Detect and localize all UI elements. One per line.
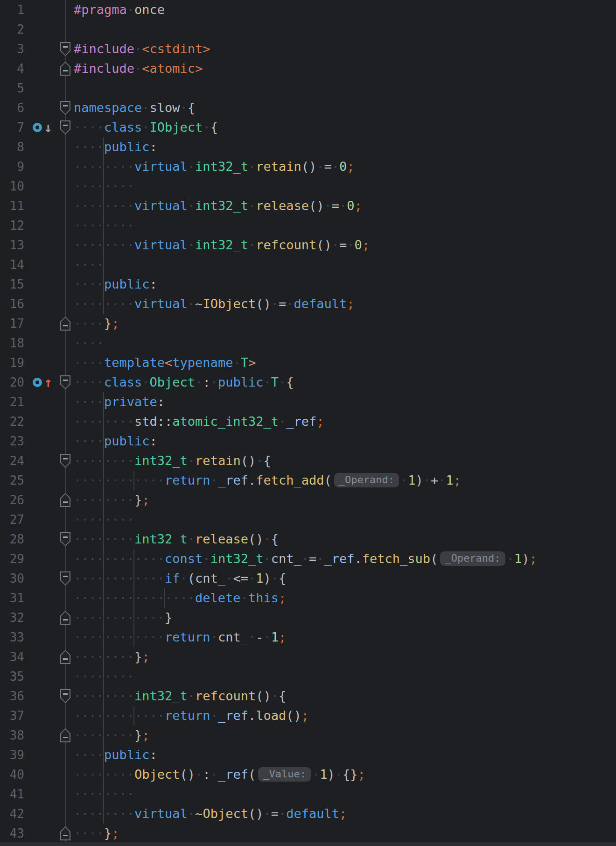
line-number: 29 (0, 549, 24, 569)
code-line-31: 31················delete·this; (0, 588, 616, 608)
indent-guide (103, 392, 104, 824)
fold-marker-icon[interactable] (60, 454, 70, 468)
whitespace-dots: ···· (74, 316, 104, 331)
whitespace-dots: ···· (74, 434, 104, 448)
code-text: #include·<atomic> (74, 59, 203, 78)
has-implementations-icon[interactable] (33, 123, 42, 132)
fold-marker-icon[interactable] (60, 493, 70, 507)
code-text: ············return·_ref.fetch_add(_Opera… (74, 471, 461, 490)
inlay-hint[interactable]: _Value: (258, 767, 311, 782)
fold-marker-icon[interactable] (60, 611, 70, 625)
code-text: ········int32_t·release()·{ (74, 529, 279, 549)
line-number: 30 (0, 569, 24, 588)
code-line-24: 24········int32_t·retain()·{ (0, 451, 616, 471)
line-number: 19 (0, 353, 24, 373)
line-number: 42 (0, 804, 24, 824)
line-number: 27 (0, 510, 24, 529)
fold-marker-icon[interactable] (60, 375, 70, 389)
code-line-36: 36········int32_t·refcount()·{ (0, 686, 616, 706)
code-text: ····}; (74, 824, 119, 843)
code-line-34: 34········}; (0, 647, 616, 667)
line-number: 18 (0, 333, 24, 353)
overrides-icon[interactable] (33, 378, 42, 387)
whitespace-dots: · (316, 551, 324, 566)
line-number: 41 (0, 784, 24, 804)
whitespace-dots: · (248, 159, 256, 174)
line-number: 14 (0, 255, 24, 275)
code-line-14: 14···· (0, 255, 616, 275)
line-number: 13 (0, 235, 24, 255)
code-text: ········virtual·int32_t·retain()·=·0; (74, 157, 355, 176)
whitespace-dots: · (195, 767, 203, 782)
whitespace-dots: ···· (74, 747, 104, 762)
fold-marker-icon[interactable] (60, 120, 70, 134)
whitespace-dots: · (203, 551, 210, 566)
fold-marker-icon[interactable] (60, 728, 70, 742)
line-number: 8 (0, 137, 24, 157)
whitespace-dots: · (180, 100, 188, 115)
whitespace-dots: · (423, 473, 431, 487)
code-line-9: 9········virtual·int32_t·retain()·=·0; (0, 157, 616, 176)
line-number: 24 (0, 451, 24, 471)
line-number: 3 (0, 39, 24, 59)
code-line-26: 26········}; (0, 490, 616, 510)
arrow-down-icon[interactable]: ↓ (42, 118, 54, 137)
code-text: ················delete·this; (74, 588, 286, 608)
code-line-11: 11········virtual·int32_t·release()·=·0; (0, 196, 616, 216)
code-text: ···· (74, 333, 104, 353)
line-number: 5 (0, 78, 24, 98)
code-text: ········std::atomic_int32_t·_ref; (74, 412, 324, 431)
line-number: 12 (0, 216, 24, 235)
fold-marker-icon[interactable] (60, 42, 70, 56)
arrow-up-icon[interactable]: ↑ (42, 373, 54, 392)
whitespace-dots: · (225, 571, 233, 585)
code-text: ····class·Object·:·public·T·{ (74, 373, 294, 392)
indent-guide (133, 471, 134, 490)
fold-marker-icon[interactable] (60, 532, 70, 546)
fold-marker-icon[interactable] (60, 101, 70, 115)
whitespace-dots: · (248, 571, 256, 585)
code-line-19: 19····template<typename·T> (0, 353, 616, 373)
fold-marker-icon[interactable] (60, 317, 70, 331)
code-line-16: 16········virtual·~IObject()·=·default; (0, 294, 616, 314)
code-text: ····public: (74, 137, 157, 157)
code-text: ············const·int32_t·cnt_·=·_ref.fe… (74, 549, 537, 569)
fold-marker-icon[interactable] (60, 689, 70, 703)
whitespace-dots: ············ (74, 708, 165, 723)
code-line-17: 17····}; (0, 314, 616, 333)
whitespace-dots: ············ (74, 630, 165, 644)
fold-marker-icon[interactable] (60, 571, 70, 585)
code-line-39: 39····public: (0, 745, 616, 765)
code-line-35: 35········ (0, 667, 616, 686)
code-text: ········Object()·:·_ref(_Value:·1)·{}; (74, 765, 365, 784)
line-number: 37 (0, 706, 24, 726)
inlay-hint[interactable]: _Operand: (334, 473, 399, 487)
line-number: 11 (0, 196, 24, 216)
whitespace-dots: ···· (74, 355, 104, 370)
whitespace-dots: ············ (74, 551, 165, 566)
code-line-3: 3#include·<cstdint> (0, 39, 616, 59)
whitespace-dots: ···· (74, 375, 104, 389)
whitespace-dots: · (134, 42, 142, 56)
code-line-32: 32············} (0, 608, 616, 627)
code-line-21: 21····private: (0, 392, 616, 412)
line-number: 2 (0, 20, 24, 39)
code-text: ········virtual·~Object()·=·default; (74, 804, 347, 824)
whitespace-dots: · (248, 238, 256, 252)
code-line-25: 25············return·_ref.fetch_add(_Ope… (0, 471, 616, 490)
whitespace-dots: · (301, 551, 309, 566)
code-text: ····public: (74, 275, 157, 294)
whitespace-dots: ···· (74, 395, 104, 409)
fold-marker-icon[interactable] (60, 650, 70, 664)
code-line-33: 33············return·cnt_·-·1; (0, 627, 616, 647)
code-text: ········}; (74, 647, 150, 667)
code-text: #include·<cstdint> (74, 39, 210, 59)
inlay-hint[interactable]: _Operand: (440, 551, 505, 566)
whitespace-dots: · (142, 375, 149, 389)
whitespace-dots: · (188, 453, 195, 468)
fold-marker-icon[interactable] (60, 826, 70, 840)
code-text: ············if·(cnt_·<=·1)·{ (74, 569, 286, 588)
whitespace-dots: · (188, 296, 195, 311)
whitespace-dots: · (279, 414, 286, 429)
fold-marker-icon[interactable] (60, 62, 70, 76)
